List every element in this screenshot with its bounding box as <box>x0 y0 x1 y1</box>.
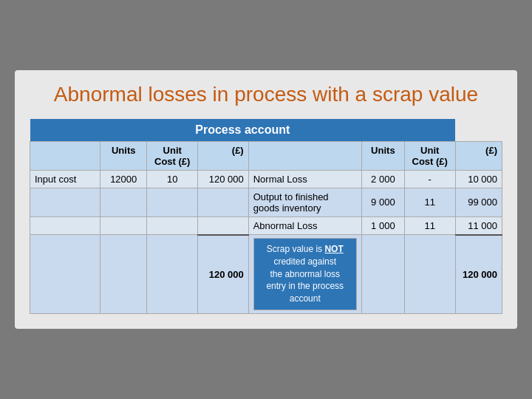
row2-right-units: 9 000 <box>361 188 404 216</box>
slide: Abnormal losses in process with a scrap … <box>15 70 517 329</box>
total-right-units <box>361 235 404 314</box>
row1-right-units: 2 000 <box>361 170 404 188</box>
row1-right-label: Normal Loss <box>248 170 361 188</box>
col-header-left-unit-cost: Unit Cost (£) <box>147 141 198 170</box>
col-header-left-units: Units <box>100 141 147 170</box>
row3-right-units: 1 000 <box>361 216 404 235</box>
total-right-note: Scrap value is NOTcredited againstthe ab… <box>248 235 361 314</box>
row1-left-amount: 120 000 <box>198 170 249 188</box>
row2-left-label <box>30 188 100 216</box>
total-left-amount: 120 000 <box>198 235 249 314</box>
row1-left-units: 12000 <box>100 170 147 188</box>
row2-left-units <box>100 188 147 216</box>
row3-left-units <box>100 216 147 235</box>
row3-left-label <box>30 216 100 235</box>
table-row-1: Input cost 12000 10 120 000 Normal Loss … <box>30 170 502 188</box>
row3-right-label: Abnormal Loss <box>248 216 361 235</box>
row3-left-unit-cost <box>147 216 198 235</box>
row2-left-amount <box>198 188 249 216</box>
row1-left-label: Input cost <box>30 170 100 188</box>
row2-right-amount: 99 000 <box>455 188 502 216</box>
table-header-cell: Process account <box>30 119 456 142</box>
col-headers-row: Units Unit Cost (£) (£) Units Unit Cost … <box>30 141 502 170</box>
row1-left-unit-cost: 10 <box>147 170 198 188</box>
slide-title: Abnormal losses in process with a scrap … <box>30 82 502 107</box>
col-header-right-unit-cost: Unit Cost (£) <box>404 141 455 170</box>
row3-left-amount <box>198 216 249 235</box>
row1-right-unit-cost: - <box>404 170 455 188</box>
col-header-right-units: Units <box>361 141 404 170</box>
total-right-unit-cost <box>404 235 455 314</box>
total-row: 120 000 Scrap value is NOTcredited again… <box>30 235 502 314</box>
col-header-right-amount: (£) <box>455 141 502 170</box>
row3-right-unit-cost: 11 <box>404 216 455 235</box>
col-header-right-label <box>248 141 361 170</box>
row2-right-unit-cost: 11 <box>404 188 455 216</box>
table-row-2: Output to finished goods inventory 9 000… <box>30 188 502 216</box>
scrap-value-note: Scrap value is NOTcredited againstthe ab… <box>253 238 357 310</box>
total-left-unit-cost <box>147 235 198 314</box>
row2-left-unit-cost <box>147 188 198 216</box>
table-header-row: Process account <box>30 119 502 142</box>
total-left-label <box>30 235 100 314</box>
total-right-amount: 120 000 <box>455 235 502 314</box>
col-header-left-label <box>30 141 100 170</box>
row1-right-amount: 10 000 <box>455 170 502 188</box>
row2-right-label: Output to finished goods inventory <box>248 188 361 216</box>
table-row-3: Abnormal Loss 1 000 11 11 000 <box>30 216 502 235</box>
total-left-units <box>100 235 147 314</box>
row3-right-amount: 11 000 <box>455 216 502 235</box>
col-header-left-amount: (£) <box>198 141 249 170</box>
process-account-table: Process account Units Unit Cost (£) (£) … <box>30 119 502 314</box>
